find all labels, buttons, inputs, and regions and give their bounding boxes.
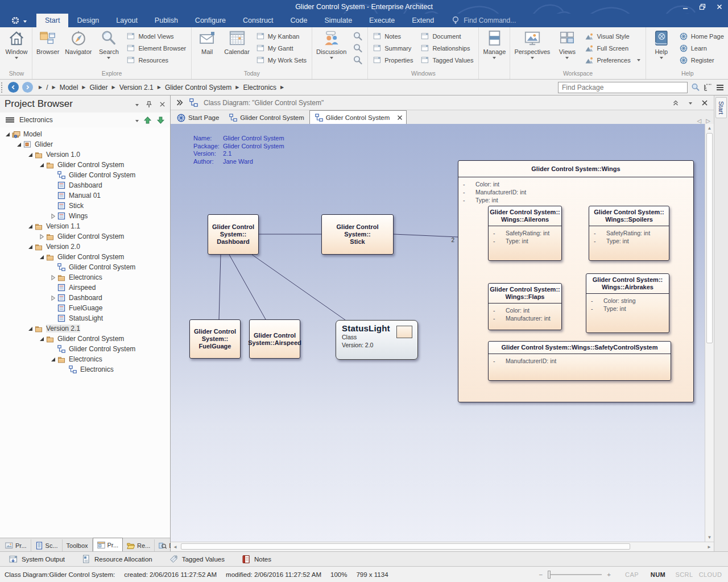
diagram-canvas[interactable]: 2Name:Glider Control SystemPackage:Glide… xyxy=(171,124,705,542)
ribbon-search-mini-button[interactable] xyxy=(351,54,365,66)
move-up-icon[interactable] xyxy=(143,116,152,124)
breadcrumb-segment-glider-control-system[interactable]: Glider Control System xyxy=(165,84,231,92)
tree-item-manual-01[interactable]: Manual 01 xyxy=(0,190,170,201)
scope-hamburger-icon[interactable] xyxy=(5,116,15,124)
vertical-scrollbar-thumb[interactable] xyxy=(706,133,713,343)
ribbon-views-button[interactable]: Views xyxy=(553,28,581,69)
ribbon-navigator-button[interactable]: Navigator xyxy=(62,28,94,69)
start-side-tab[interactable]: Start xyxy=(715,97,727,118)
ribbon-calendar-button[interactable]: Calendar xyxy=(221,28,253,69)
tab-scroll-right-icon[interactable]: ▷ xyxy=(706,118,710,124)
breadcrumb-segment-item[interactable]: / xyxy=(46,84,48,92)
tree-item-version-2-0[interactable]: Version 2.0 xyxy=(0,242,170,252)
ribbon-search-mini-button[interactable] xyxy=(351,30,365,42)
ribbon-browser-button[interactable]: Browser xyxy=(34,28,62,69)
ribbon-manage-button[interactable]: Manage xyxy=(480,28,508,69)
package-list-icon[interactable] xyxy=(704,83,712,92)
tree-expander-icon[interactable] xyxy=(26,223,34,230)
ribbon-full-screen-button[interactable]: Full Screen xyxy=(583,42,642,54)
ribbon-discussion-button[interactable]: Discussion xyxy=(313,28,349,69)
ribbon-resources-button[interactable]: Resources xyxy=(125,54,188,66)
find-package-input[interactable] xyxy=(559,82,687,93)
tree-expander-icon[interactable] xyxy=(49,295,57,301)
tree-item-electronics[interactable]: Electronics xyxy=(0,272,170,282)
breadcrumb-segment-model[interactable]: Model xyxy=(60,84,78,92)
app-logo[interactable] xyxy=(0,14,36,27)
ribbon-notes-button[interactable]: Notes xyxy=(371,30,415,42)
menu-tab-start[interactable]: Start xyxy=(36,14,68,27)
tree-expander-icon[interactable] xyxy=(49,356,57,363)
ribbon-search-mini-button[interactable] xyxy=(351,42,365,54)
class-node-spoilers[interactable]: Glider Control System::Wings::Spoilers-S… xyxy=(589,206,669,261)
tree-expander-icon[interactable] xyxy=(38,336,46,342)
ribbon-visual-style-button[interactable]: Visual Style xyxy=(583,30,642,42)
tree-item-glider-control-system[interactable]: Glider Control System xyxy=(0,231,170,242)
close-tab-icon[interactable] xyxy=(397,115,403,120)
menu-tab-configure[interactable]: Configure xyxy=(187,14,234,27)
browser-tab-toolbox-2[interactable]: Toolbox xyxy=(63,539,93,551)
browser-tab-sc-1[interactable]: Sc... xyxy=(31,539,63,551)
tree-item-dashboard[interactable]: Dashboard xyxy=(0,180,170,190)
tree-item-glider-control-system[interactable]: Glider Control System xyxy=(0,170,170,180)
restore-button[interactable] xyxy=(698,3,706,11)
browser-tab-pr-3[interactable]: Pr... xyxy=(93,538,123,551)
class-node-stick[interactable]: Glider Control System::Stick xyxy=(321,214,394,255)
menu-tab-layout[interactable]: Layout xyxy=(107,14,146,27)
dock-system-output-button[interactable]: System Output xyxy=(3,553,71,566)
browser-tab-pr-0[interactable]: Pr... xyxy=(1,539,31,551)
tree-expander-icon[interactable] xyxy=(49,275,57,281)
class-node-flaps[interactable]: Glider Control System::Wings::Flaps-Colo… xyxy=(488,283,562,330)
ribbon-search-button[interactable]: Search xyxy=(94,28,123,69)
ribbon-perspectives-button[interactable]: Perspectives xyxy=(511,28,553,69)
class-node-airspeed[interactable]: Glider ControlSystem::Airspeed xyxy=(249,319,300,359)
scroll-left-arrow-icon[interactable]: ◄ xyxy=(171,544,180,550)
menu-tab-publish[interactable]: Publish xyxy=(146,14,187,27)
ribbon-window-button[interactable]: Window xyxy=(2,28,31,69)
tree-item-glider-control-system[interactable]: Glider Control System xyxy=(0,344,170,354)
horizontal-scrollbar[interactable]: ◄ ► xyxy=(171,542,714,551)
dock-notes-button[interactable]: Notes xyxy=(236,553,277,566)
nav-back-button[interactable] xyxy=(8,82,19,93)
tree-item-version-1-0[interactable]: Version 1.0 xyxy=(0,149,170,160)
tree-item-glider-control-system[interactable]: Glider Control System xyxy=(0,334,170,344)
class-node-ailerons[interactable]: Glider Control System::Wings::Ailerons-S… xyxy=(488,206,562,261)
zoom-slider[interactable] xyxy=(548,574,602,575)
breadcrumb-segment-electronics[interactable]: Electronics xyxy=(243,84,276,92)
class-node-statuslight[interactable]: StatusLight Class Version: 2.0 xyxy=(336,320,418,360)
dock-tagged-values-button[interactable]: Tagged Values xyxy=(164,553,230,566)
hamburger-menu-icon[interactable] xyxy=(715,84,725,92)
zoom-slider-thumb[interactable] xyxy=(548,571,551,579)
panel-dropdown-arrow-icon[interactable] xyxy=(135,104,139,106)
ribbon-preferences-button[interactable]: Preferences xyxy=(583,54,642,66)
horizontal-scrollbar-thumb[interactable] xyxy=(181,543,630,550)
tree-item-statuslight[interactable]: StatusLight xyxy=(0,313,170,323)
zoom-in-button[interactable]: + xyxy=(607,571,611,578)
menu-tab-simulate[interactable]: Simulate xyxy=(316,14,361,27)
class-node-airbrakes[interactable]: Glider Control System::Wings::Airbrakes-… xyxy=(586,273,669,333)
toolbar-drag-handle[interactable] xyxy=(1,82,3,93)
tree-item-electronics[interactable]: Electronics xyxy=(0,364,170,375)
tree-expander-icon[interactable] xyxy=(26,244,34,250)
class-node-safetycontrolsystem[interactable]: Glider Control System::Wings::SafetyCont… xyxy=(488,341,671,381)
diagram-tab-glider-control-system-2[interactable]: Glider Control System xyxy=(309,110,407,124)
tree-expander-icon[interactable] xyxy=(26,326,34,332)
tree-expander-icon[interactable] xyxy=(26,152,34,158)
tree-item-dashboard[interactable]: Dashboard xyxy=(0,293,170,303)
pin-icon[interactable] xyxy=(146,101,152,108)
tree-item-glider[interactable]: Glider xyxy=(0,139,170,149)
collapse-header-icon[interactable] xyxy=(672,99,680,106)
breadcrumb-segment-version-2-1[interactable]: Version 2.1 xyxy=(119,84,154,92)
diagram-tab-start-page-0[interactable]: Start Page xyxy=(172,111,224,124)
tree-item-version-2-1[interactable]: Version 2.1 xyxy=(0,323,170,334)
menu-tab-execute[interactable]: Execute xyxy=(361,14,403,27)
menu-tab-code[interactable]: Code xyxy=(282,14,316,27)
ribbon-tagged-values-button[interactable]: Tagged Values xyxy=(419,54,475,66)
breadcrumb-segment-glider[interactable]: Glider xyxy=(90,84,108,92)
find-package-search-icon[interactable] xyxy=(691,83,700,92)
menu-tab-extend[interactable]: Extend xyxy=(403,14,442,27)
menu-tab-design[interactable]: Design xyxy=(68,14,107,27)
ribbon-learn-button[interactable]: Learn xyxy=(677,42,726,54)
scroll-right-arrow-icon[interactable]: ► xyxy=(705,544,714,550)
diagram-tab-glider-control-system-1[interactable]: Glider Control System xyxy=(224,111,309,124)
nav-forward-button[interactable] xyxy=(22,82,33,93)
